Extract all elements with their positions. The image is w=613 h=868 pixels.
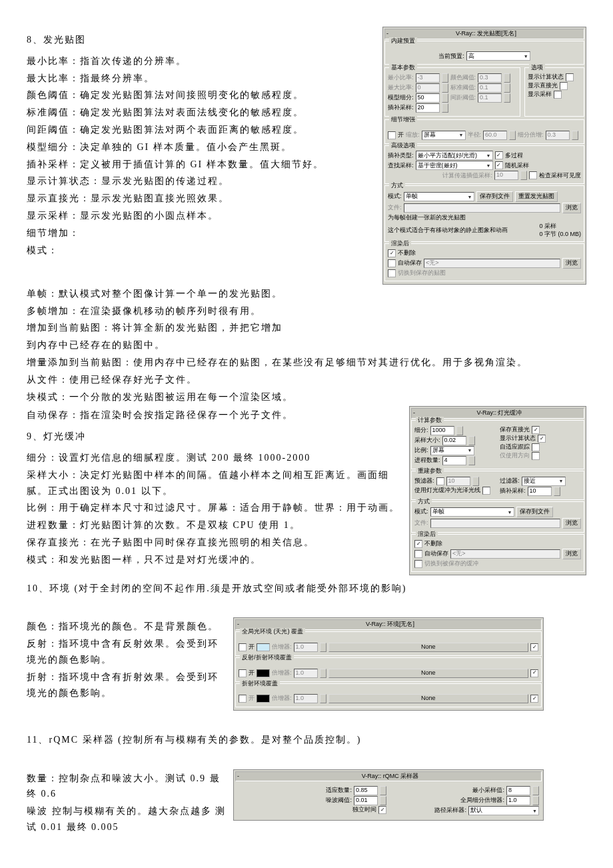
spinner[interactable]	[554, 487, 560, 496]
time-independent-checkbox[interactable]: ✓	[378, 806, 386, 814]
spinner[interactable]	[442, 93, 448, 103]
auto-save-path-input[interactable]: <无>	[424, 259, 560, 268]
spinner[interactable]	[532, 786, 539, 795]
spinner[interactable]	[572, 131, 578, 140]
adaptive-amount-input[interactable]: 0.85	[354, 786, 378, 795]
gi-on-checkbox[interactable]	[239, 643, 247, 651]
lc-mode-dropdown[interactable]: 单帧	[430, 507, 514, 517]
no-delete-checkbox[interactable]: ✓	[414, 540, 422, 548]
min-samples-input[interactable]: 8	[506, 786, 530, 795]
interp-samples-input[interactable]: 10	[528, 487, 552, 496]
rf-mult-input[interactable]: 1.0	[294, 694, 318, 703]
spinner[interactable]	[442, 73, 448, 83]
reset-irr-map-button[interactable]: 重置发光贴图	[515, 191, 558, 202]
mode-dropdown[interactable]: 单帧	[404, 192, 474, 201]
rf-color-swatch[interactable]	[257, 695, 270, 703]
browse-button[interactable]: 浏览	[562, 549, 581, 559]
rr-color-swatch[interactable]	[257, 669, 270, 677]
spinner[interactable]	[509, 131, 516, 140]
spinner[interactable]	[504, 73, 510, 83]
file-path-input[interactable]	[430, 519, 560, 528]
scale-dropdown[interactable]: 屏幕	[430, 446, 474, 455]
rr-on-checkbox[interactable]	[239, 669, 247, 677]
interp-type-dropdown[interactable]: 最小平方适配(好/光滑)	[416, 151, 493, 160]
refl-refr-override-group: 反射/折射环境覆盖 开 倍增器:1.0 None ✓	[235, 657, 542, 682]
dist-threshold-input[interactable]: 0.1	[478, 93, 502, 103]
gi-color-swatch[interactable]	[257, 643, 270, 651]
check-visibility-checkbox[interactable]	[529, 171, 537, 179]
spinner[interactable]	[504, 83, 510, 93]
hsph-subdivs-input[interactable]: 50	[416, 93, 440, 103]
use-directions-checkbox[interactable]	[532, 452, 540, 460]
sample-lookup-dropdown[interactable]: 基于密度(最好)	[416, 161, 493, 170]
adaptive-checkbox[interactable]	[532, 443, 540, 451]
max-rate-input[interactable]: 0	[416, 83, 440, 93]
spinner[interactable]	[532, 796, 539, 805]
spinner[interactable]	[320, 669, 326, 678]
spinner[interactable]	[442, 83, 448, 93]
rf-map-button[interactable]: None	[328, 694, 528, 703]
use-lc-glossy-checkbox[interactable]	[482, 487, 490, 495]
noise-threshold-input[interactable]: 0.01	[354, 796, 378, 805]
detail-mult-input[interactable]: 0.3	[546, 131, 570, 140]
spinner[interactable]	[468, 456, 475, 465]
show-calc-checkbox[interactable]	[566, 73, 574, 81]
spinner[interactable]	[472, 477, 479, 486]
gi-map-on-checkbox[interactable]: ✓	[530, 643, 538, 651]
normal-threshold-input[interactable]: 0.1	[478, 83, 502, 93]
rr-map-on-checkbox[interactable]: ✓	[530, 669, 538, 677]
detail-scale-dropdown[interactable]: 屏幕	[422, 131, 466, 140]
rr-mult-input[interactable]: 1.0	[294, 669, 318, 678]
detail-on-checkbox[interactable]	[388, 131, 396, 139]
spinner[interactable]	[380, 796, 386, 805]
auto-save-path-input[interactable]: <无>	[450, 549, 560, 559]
subdivs-input[interactable]: 1000	[430, 426, 454, 435]
s8-line: 模型细分：决定单独的 GI 样本质量。值小会产生黑斑。	[27, 139, 376, 155]
filter-dropdown[interactable]: 接近	[522, 477, 566, 486]
color-threshold-input[interactable]: 0.3	[478, 73, 502, 83]
path-sampler-dropdown[interactable]: 默认	[468, 806, 539, 815]
gi-map-button[interactable]: None	[328, 643, 528, 652]
switch-saved-checkbox[interactable]	[414, 560, 422, 568]
save-to-file-button[interactable]: 保存到文件	[476, 191, 513, 202]
browse-button[interactable]: 浏览	[562, 258, 581, 269]
auto-save-checkbox[interactable]	[414, 550, 422, 558]
spinner[interactable]	[468, 436, 475, 445]
store-direct-checkbox[interactable]: ✓	[532, 426, 540, 434]
spinner[interactable]	[456, 426, 463, 435]
randomize-checkbox[interactable]: ✓	[495, 161, 503, 169]
passes-input[interactable]: 4	[442, 456, 466, 465]
gi-mult-input[interactable]: 1.0	[294, 643, 318, 652]
spinner[interactable]	[442, 103, 448, 113]
sample-size-input[interactable]: 0.02	[442, 436, 466, 445]
rr-map-button[interactable]: None	[328, 669, 528, 678]
mode-group: 方式 模式:单帧 保存到文件 重置发光贴图 文件:浏览 为每帧创建一张新的发光贴…	[384, 185, 584, 242]
prefilter-checkbox[interactable]	[436, 477, 444, 485]
show-calc-checkbox[interactable]: ✓	[538, 435, 546, 443]
browse-button[interactable]: 浏览	[562, 518, 581, 529]
prefilter-input[interactable]: 10	[446, 477, 470, 486]
preset-dropdown[interactable]: 高	[466, 51, 530, 61]
no-delete-checkbox[interactable]: ✓	[388, 249, 396, 257]
spinner[interactable]	[520, 171, 527, 180]
interp-samples-input[interactable]: 20	[416, 103, 440, 113]
spinner[interactable]	[380, 786, 386, 795]
show-direct-checkbox[interactable]	[560, 82, 568, 90]
rf-map-on-checkbox[interactable]: ✓	[530, 695, 538, 703]
switch-saved-checkbox[interactable]	[388, 269, 396, 277]
browse-button[interactable]: 浏览	[562, 203, 581, 213]
global-subdivs-mult-input[interactable]: 1.0	[506, 796, 530, 805]
show-samples-checkbox[interactable]	[554, 91, 562, 99]
spinner[interactable]	[320, 643, 326, 652]
spinner[interactable]	[320, 694, 326, 703]
auto-save-checkbox[interactable]	[388, 259, 396, 267]
calc-pass-interp-input[interactable]: 10	[494, 171, 518, 180]
rf-on-checkbox[interactable]	[239, 695, 247, 703]
spinner[interactable]	[504, 93, 510, 103]
file-path-input[interactable]	[404, 203, 560, 213]
min-rate-input[interactable]: -3	[416, 73, 440, 83]
detail-radius-input[interactable]: 60.0	[483, 131, 507, 140]
s8-mode: 单帧：默认模式对整个图像计算一个单一的发光贴图。	[27, 286, 586, 302]
save-to-file-button[interactable]: 保存到文件	[516, 507, 553, 517]
multipass-checkbox[interactable]: ✓	[495, 151, 503, 159]
